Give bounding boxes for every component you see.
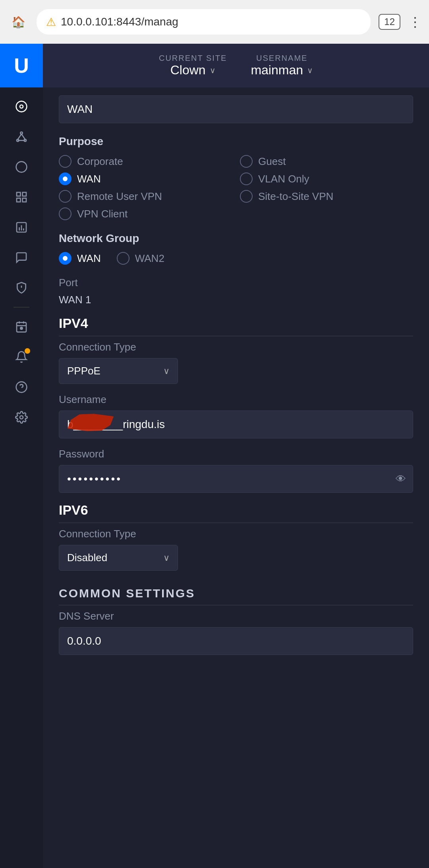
- radio-vpn-client[interactable]: [59, 207, 72, 220]
- pppoe-password-input[interactable]: [59, 465, 413, 493]
- corporate-label: Corporate: [77, 155, 123, 168]
- purpose-option-corporate[interactable]: Corporate: [59, 155, 232, 168]
- main-content: CURRENT SITE Clown ∨ USERNAME mainman ∨ …: [43, 44, 429, 868]
- tab-count[interactable]: 12: [379, 14, 400, 30]
- sidebar-divider: [14, 307, 29, 308]
- ipv4-connection-type-section: Connection Type PPPoE ∨: [59, 341, 413, 384]
- sidebar-item-notifications[interactable]: [10, 345, 33, 369]
- pppoe-password-label: Password: [59, 448, 413, 460]
- ng-wan2-label: WAN2: [135, 252, 164, 265]
- form-area: Purpose Corporate Guest WAN VLAN Only: [43, 87, 429, 671]
- svg-point-23: [20, 327, 22, 329]
- svg-rect-12: [23, 198, 26, 202]
- pppoe-password-wrapper: 👁: [59, 465, 413, 493]
- radio-ng-wan[interactable]: [59, 252, 72, 265]
- radio-wan[interactable]: [59, 172, 72, 185]
- sidebar-item-dashboard[interactable]: [10, 95, 33, 118]
- sidebar-item-stats[interactable]: [10, 185, 33, 209]
- port-label: Port: [59, 277, 413, 289]
- ipv4-connection-type-dropdown[interactable]: PPPoE ∨: [59, 358, 178, 384]
- sidebar-item-reports[interactable]: [10, 215, 33, 239]
- url-text: 10.0.0.101:8443/manag: [61, 15, 178, 28]
- svg-rect-9: [17, 192, 20, 196]
- sidebar-logo: U: [0, 44, 43, 87]
- svg-point-26: [20, 416, 23, 419]
- radio-remote-vpn[interactable]: [59, 190, 72, 203]
- app-shell: U: [0, 44, 429, 868]
- radio-guest[interactable]: [240, 155, 253, 168]
- remote-vpn-label: Remote User VPN: [77, 190, 162, 203]
- radio-vlan-only[interactable]: [240, 172, 253, 185]
- ng-wan-label: WAN: [77, 252, 101, 265]
- ipv4-connection-type-label: Connection Type: [59, 341, 413, 353]
- svg-line-5: [18, 134, 21, 139]
- ipv6-connection-type-dropdown[interactable]: Disabled ∨: [59, 545, 178, 571]
- sidebar-item-chat[interactable]: [10, 246, 33, 269]
- port-value: WAN 1: [59, 294, 413, 306]
- sidebar-item-settings[interactable]: [10, 405, 33, 429]
- network-group-wan[interactable]: WAN: [59, 252, 101, 265]
- ipv4-heading: IPV4: [59, 316, 413, 336]
- sidebar-item-help[interactable]: [10, 375, 33, 399]
- svg-point-8: [16, 162, 27, 172]
- vpn-client-label: VPN Client: [77, 208, 128, 220]
- wan-name-input[interactable]: [59, 95, 413, 123]
- notification-dot: [25, 348, 30, 354]
- svg-rect-10: [23, 192, 26, 196]
- svg-point-0: [16, 101, 27, 112]
- purpose-option-site-vpn[interactable]: Site-to-Site VPN: [240, 190, 413, 203]
- purpose-option-vlan-only[interactable]: VLAN Only: [240, 172, 413, 185]
- top-bar: CURRENT SITE Clown ∨ USERNAME mainman ∨: [43, 44, 429, 87]
- network-group-wan2[interactable]: WAN2: [117, 252, 164, 265]
- purpose-option-remote-vpn[interactable]: Remote User VPN: [59, 190, 232, 203]
- radio-ng-wan2[interactable]: [117, 252, 129, 265]
- show-password-icon[interactable]: 👁: [396, 473, 406, 485]
- sidebar-item-calendar[interactable]: [10, 315, 33, 339]
- warning-icon: ⚠: [46, 15, 56, 29]
- radio-site-vpn[interactable]: [240, 190, 253, 203]
- ipv6-heading: IPV6: [59, 502, 413, 523]
- purpose-option-guest[interactable]: Guest: [240, 155, 413, 168]
- ipv6-connection-type-value: Disabled: [67, 552, 107, 564]
- username-section: USERNAME mainman ∨: [251, 54, 313, 78]
- port-section: Port WAN 1: [59, 277, 413, 306]
- purpose-option-vpn-client[interactable]: VPN Client: [59, 207, 232, 220]
- purpose-radio-group: Corporate Guest WAN VLAN Only Remote Use…: [59, 155, 413, 220]
- username-dropdown[interactable]: mainman ∨: [251, 63, 313, 78]
- logo-icon: U: [14, 54, 29, 78]
- sidebar-item-security[interactable]: [10, 276, 33, 300]
- current-site-dropdown[interactable]: Clown ∨: [170, 63, 216, 78]
- site-vpn-label: Site-to-Site VPN: [258, 190, 333, 203]
- svg-line-6: [21, 134, 25, 139]
- current-site-label: CURRENT SITE: [159, 54, 227, 63]
- vlan-only-label: VLAN Only: [258, 173, 309, 185]
- network-group-radio-group: WAN WAN2: [59, 252, 413, 265]
- purpose-option-wan[interactable]: WAN: [59, 172, 232, 185]
- sidebar-item-devices[interactable]: [10, 155, 33, 179]
- radio-corporate[interactable]: [59, 155, 72, 168]
- home-button[interactable]: 🏠: [8, 12, 29, 32]
- dns-input[interactable]: [59, 627, 413, 655]
- wan-label: WAN: [77, 173, 101, 185]
- address-bar[interactable]: ⚠ 10.0.0.101:8443/manag: [37, 9, 371, 35]
- network-group-label: Network Group: [59, 232, 413, 245]
- browser-chrome: 🏠 ⚠ 10.0.0.101:8443/manag 12 ⋮: [0, 0, 429, 44]
- current-site-section: CURRENT SITE Clown ∨: [159, 54, 227, 78]
- current-site-value: Clown: [170, 63, 206, 78]
- svg-point-2: [20, 132, 22, 134]
- common-settings-heading: COMMON SETTINGS: [59, 587, 413, 605]
- username-label: USERNAME: [256, 54, 307, 63]
- username-value: mainman: [251, 63, 303, 78]
- ipv6-dropdown-arrow-icon: ∨: [163, 553, 170, 563]
- purpose-label: Purpose: [59, 135, 413, 148]
- pppoe-username-label: Username: [59, 393, 413, 406]
- pppoe-username-input[interactable]: [59, 411, 413, 438]
- guest-label: Guest: [258, 155, 286, 168]
- ipv4-connection-type-value: PPPoE: [67, 365, 100, 377]
- sidebar-item-topology[interactable]: [10, 125, 33, 149]
- sidebar: U: [0, 44, 43, 868]
- more-menu-button[interactable]: ⋮: [408, 14, 421, 30]
- site-chevron-icon: ∨: [210, 66, 216, 75]
- svg-rect-11: [17, 198, 20, 202]
- ipv4-dropdown-arrow-icon: ∨: [163, 366, 170, 376]
